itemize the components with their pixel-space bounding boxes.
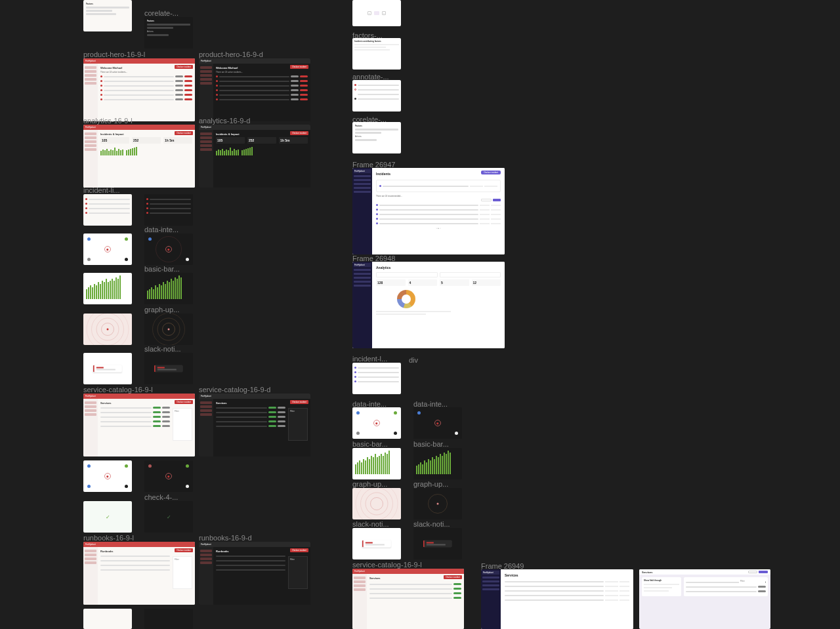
thumb-frame-26947[interactable]: FireHydrant Declare incident Incidents T…: [352, 168, 505, 254]
declare-button[interactable]: Declare incident: [175, 131, 193, 135]
thumb-slack-light2[interactable]: [352, 528, 401, 559]
label-graph-up3[interactable]: graph-up...: [413, 480, 448, 488]
label-service-catalog-d[interactable]: service-catalog-16-9-d: [199, 386, 270, 394]
thumb-graph-up-light[interactable]: [83, 314, 132, 345]
label-product-hero-l[interactable]: product-hero-16-9-l: [83, 51, 145, 58]
table-row: [216, 84, 308, 87]
label-slack-noti[interactable]: slack-noti...: [144, 345, 181, 353]
table-row: [505, 594, 629, 597]
thumb-data-inte-dark2[interactable]: ⬢: [413, 407, 462, 439]
thumb-corelate-dark[interactable]: Factors Actions: [144, 17, 193, 49]
list-item: [354, 371, 399, 374]
label-analytics-l[interactable]: analytics-16-9-l: [83, 117, 133, 125]
mini-header: FireHydrant: [83, 542, 195, 547]
label-basic-bar2[interactable]: basic-bar...: [352, 440, 388, 448]
thumb-annotate[interactable]: [352, 80, 401, 112]
thumb-frame-26949[interactable]: FireHydrant Services: [481, 569, 633, 629]
declare-button[interactable]: Declare incident: [444, 575, 462, 579]
thumb-product-hero-light[interactable]: FireHydrant Declare incident Welcome Mic…: [83, 58, 195, 121]
table-row: [376, 213, 501, 216]
thumb-corelate-light[interactable]: Factors: [83, 0, 132, 31]
label-runbooks-l[interactable]: runbooks-16-9-l: [83, 534, 134, 542]
thumb-catalog-dark[interactable]: FireHydrant Declare incident Services Fi…: [199, 394, 310, 457]
card-content: Factors Actions: [352, 122, 401, 145]
label-graph-up[interactable]: graph-up...: [144, 306, 179, 314]
label-incident-l[interactable]: incident-li...: [83, 186, 120, 194]
thumb-data-inte-dark[interactable]: ⬢: [144, 233, 193, 265]
label-runbooks-d[interactable]: runbooks-16-9-d: [199, 534, 252, 542]
center-icon: ⬢: [165, 246, 172, 253]
declare-button[interactable]: Declare incident: [481, 171, 501, 174]
label-basic-bar[interactable]: basic-bar...: [144, 265, 180, 273]
label-service-catalog-l[interactable]: service-catalog-16-9-l: [83, 386, 153, 394]
thumb-data-inte-light2[interactable]: ⬢: [352, 407, 401, 439]
mini-content: Declare incident Services Filter: [213, 399, 310, 457]
stat-3: 5: [441, 281, 468, 285]
thumb-basic-bar-dark[interactable]: [144, 273, 193, 304]
thumb-check-orbit-dark[interactable]: ⬢: [144, 460, 193, 492]
thumb-basic-bar-light[interactable]: [83, 273, 132, 304]
label-incident-l2[interactable]: incident-l...: [352, 355, 387, 363]
thumb-bottom-dark[interactable]: [144, 609, 193, 629]
label-check-4[interactable]: check-4-...: [144, 493, 178, 501]
bar-chart: [147, 275, 190, 299]
label-product-hero-d[interactable]: product-hero-16-9-d: [199, 51, 263, 58]
thumb-contributing[interactable]: Incident contributing factors: [352, 38, 401, 70]
node-icon: [417, 411, 421, 415]
mini-header: FireHydrant: [352, 569, 464, 574]
node-icon: [148, 237, 152, 241]
list-item: [354, 380, 399, 383]
thumb-incident-dark[interactable]: [144, 194, 193, 226]
node-icon: [356, 411, 360, 415]
thumb-check-light[interactable]: ✓: [83, 501, 132, 533]
label-graph-up2[interactable]: graph-up...: [352, 480, 387, 488]
thumb-runbooks-light[interactable]: FireHydrant Declare incident Runbooks Fi…: [83, 542, 195, 605]
thumb-check-dark[interactable]: ✓: [144, 501, 193, 533]
thumb-graph-up-dark[interactable]: [144, 314, 193, 345]
thumb-incident-list2[interactable]: [352, 363, 401, 394]
declare-button[interactable]: Declare incident: [290, 65, 308, 69]
table-row: [100, 424, 170, 428]
thumb-right-partial[interactable]: Services Show field through Filter: [639, 569, 770, 629]
label-data-inte[interactable]: data-inte...: [144, 226, 178, 233]
thumb-analytics-light[interactable]: FireHydrant Declare incident Incidents &…: [83, 125, 195, 188]
table-row: [100, 406, 170, 409]
declare-button[interactable]: Declare incident: [290, 131, 308, 135]
thumb-check-orbit-light[interactable]: ⬢: [83, 460, 132, 492]
declare-button[interactable]: Declare incident: [175, 548, 193, 552]
thumb-runbooks-dark[interactable]: FireHydrant Declare incident Runbooks Fi…: [199, 542, 310, 605]
thumb-rings-dark2[interactable]: [413, 488, 462, 519]
notification-card: [154, 365, 183, 373]
table-row: [376, 208, 501, 211]
declare-button[interactable]: Declare incident: [175, 65, 193, 69]
thumb-incident-light[interactable]: [83, 194, 132, 226]
thumb-catalog-light2[interactable]: FireHydrant Declare incident Services: [352, 569, 464, 629]
thumb-slack-light[interactable]: [83, 353, 132, 384]
prev-icon[interactable]: ‹: [368, 11, 371, 15]
thumb-catalog-light[interactable]: FireHydrant Declare incident Services Fi…: [83, 394, 195, 457]
thumb-basic-bar-dark2[interactable]: [413, 448, 462, 479]
thumb-slack-dark2[interactable]: [413, 528, 462, 559]
thumb-pager[interactable]: ‹ ›: [352, 0, 401, 26]
declare-button[interactable]: Declare incident: [290, 400, 308, 404]
thumb-basic-bar-light2[interactable]: [352, 448, 401, 479]
thumb-corelate2[interactable]: Factors Actions: [352, 122, 401, 153]
thumb-bottom-light[interactable]: [83, 609, 132, 629]
thumb-rings-light2[interactable]: [352, 488, 401, 519]
thumb-data-inte-light[interactable]: ⬢: [83, 233, 132, 265]
thumb-frame-26948[interactable]: FireHydrant Analytics 128 4 5 12: [352, 262, 505, 348]
label-service-catalog-l2[interactable]: service-catalog-16-9-l: [352, 561, 422, 569]
thumb-slack-dark[interactable]: [144, 353, 193, 384]
label-analytics-d[interactable]: analytics-16-9-d: [199, 117, 250, 125]
next-icon[interactable]: ›: [382, 11, 386, 15]
table-row: [369, 587, 461, 590]
thumb-product-hero-dark[interactable]: FireHydrant Declare incident Welcome Mic…: [199, 58, 310, 121]
label-corelate-d[interactable]: corelate-...: [144, 9, 178, 17]
thumb-analytics-dark[interactable]: FireHydrant Declare incident Incidents &…: [199, 125, 310, 188]
label-slack3[interactable]: slack-noti...: [413, 520, 450, 528]
label-basic-bar3[interactable]: basic-bar...: [413, 440, 449, 448]
declare-button[interactable]: Declare incident: [175, 400, 193, 404]
label-div[interactable]: div: [409, 356, 418, 364]
label-slack2[interactable]: slack-noti...: [352, 520, 389, 528]
declare-button[interactable]: Declare incident: [290, 548, 308, 552]
